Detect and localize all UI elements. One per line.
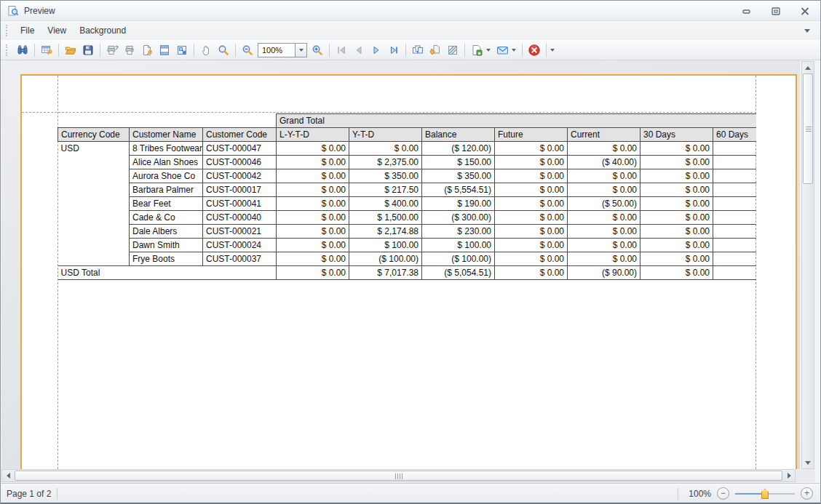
zoom-increase-icon[interactable]: + [801, 487, 813, 500]
total-amount-cell: ($ 90.00) [568, 266, 640, 280]
amount-cell: $ 0.00 [277, 211, 349, 225]
total-amount-cell: $ 7,017.38 [349, 266, 422, 280]
amount-cell: $ 100.00 [422, 239, 495, 252]
amount-cell: $ 0.00 [495, 156, 568, 169]
toolbar: ? [1, 40, 820, 60]
customer-code-cell: CUST-000040 [203, 211, 277, 225]
amount-cell: $ 0.00 [495, 169, 568, 183]
customer-code-cell: CUST-000017 [203, 183, 277, 197]
open-icon[interactable] [62, 41, 79, 59]
print-icon[interactable]: ? [103, 41, 121, 59]
amount-cell [713, 169, 756, 183]
zoom-slider[interactable] [735, 487, 795, 500]
top-margin-line [22, 112, 756, 113]
close-icon[interactable] [796, 4, 814, 17]
horizontal-scroll-thumb[interactable] [15, 471, 782, 481]
amount-cell [713, 211, 756, 225]
amount-cell: $ 0.00 [568, 211, 640, 225]
scale-icon[interactable] [173, 41, 191, 59]
previous-page-icon[interactable] [350, 41, 368, 59]
amount-cell: ($ 120.00) [422, 142, 495, 156]
status-zoom-level: 100% [689, 489, 711, 499]
col-header-future: Future [495, 128, 568, 142]
amount-cell: $ 0.00 [495, 197, 568, 211]
amount-cell: $ 0.00 [640, 156, 713, 169]
scroll-down-icon[interactable] [802, 457, 814, 468]
menu-bar: File View Background [1, 21, 820, 40]
preview-surface[interactable]: Grand Total Currency Code Customer Name … [1, 60, 800, 469]
minimize-icon[interactable] [737, 4, 756, 17]
table-row: Barbara PalmerCUST-000017$ 0.00$ 217.50(… [58, 183, 756, 197]
table-row: Alice Alan ShoesCUST-000046$ 0.00$ 2,375… [58, 156, 756, 169]
report-body: USD8 Tribes FootwearCUST-000047$ 0.00$ 0… [58, 142, 756, 280]
export-dropdown-icon[interactable] [486, 49, 491, 52]
send-email-icon[interactable] [493, 41, 511, 59]
first-page-icon[interactable] [333, 41, 350, 59]
customer-name-cell: Frye Boots [130, 252, 203, 266]
amount-cell: $ 0.00 [349, 142, 422, 156]
email-dropdown-icon[interactable] [512, 49, 516, 52]
customer-name-cell: Cade & Co [130, 211, 203, 225]
total-row: USD Total$ 0.00$ 7,017.38($ 5,054.51)$ 0… [58, 266, 756, 280]
hand-tool-icon[interactable] [197, 41, 215, 59]
customize-icon[interactable] [38, 41, 55, 59]
export-document-icon[interactable] [468, 41, 485, 59]
zoom-slider-thumb[interactable] [761, 489, 769, 499]
header-footer-icon[interactable] [156, 41, 173, 59]
background-color-icon[interactable] [427, 41, 444, 59]
magnifier-icon[interactable] [215, 41, 232, 59]
page-setup-icon[interactable] [138, 41, 156, 59]
menu-grip[interactable] [6, 25, 9, 36]
vertical-scrollbar[interactable] [801, 61, 814, 469]
menu-overflow-icon[interactable] [804, 29, 810, 33]
quick-print-icon[interactable] [121, 41, 138, 59]
exit-icon[interactable] [525, 41, 543, 59]
amount-cell: $ 150.00 [422, 156, 495, 169]
amount-cell: $ 0.00 [568, 239, 640, 252]
menu-file[interactable]: File [14, 23, 41, 39]
customer-name-cell: Aurora Shoe Co [130, 169, 203, 183]
menu-background[interactable]: Background [73, 23, 132, 39]
vertical-scroll-thumb[interactable] [803, 73, 813, 184]
preview-app-icon [7, 5, 19, 17]
report-table: Grand Total Currency Code Customer Name … [57, 113, 756, 280]
multiple-pages-icon[interactable] [409, 41, 427, 59]
zoom-combo: 100% [258, 43, 307, 57]
zoom-decrease-icon[interactable]: − [717, 487, 729, 500]
toolbar-grip[interactable] [6, 44, 9, 56]
toolbar-overflow-icon[interactable] [550, 49, 555, 52]
scroll-up-icon[interactable] [802, 62, 814, 73]
window-title: Preview [24, 6, 55, 16]
amount-cell: $ 0.00 [277, 239, 349, 252]
maximize-icon[interactable] [766, 4, 785, 17]
zoom-combo-dropdown[interactable] [296, 43, 307, 57]
amount-cell: $ 190.00 [422, 197, 495, 211]
amount-cell: ($ 5,554.51) [422, 183, 495, 197]
preview-window: Preview File View Background [0, 0, 821, 504]
table-row: Cade & CoCUST-000040$ 0.00$ 1,500.00($ 3… [58, 211, 756, 225]
zoom-out-icon[interactable] [239, 41, 256, 59]
watermark-icon[interactable] [444, 41, 461, 59]
horizontal-scrollbar[interactable] [1, 469, 796, 482]
col-header-30days: 30 Days [640, 128, 713, 142]
zoom-in-icon[interactable] [309, 41, 326, 59]
col-header-balance: Balance [422, 128, 495, 142]
save-icon[interactable] [79, 41, 97, 59]
amount-cell: $ 0.00 [495, 239, 568, 252]
amount-cell: $ 0.00 [277, 183, 349, 197]
next-page-icon[interactable] [368, 41, 385, 59]
search-icon[interactable] [14, 41, 31, 59]
zoom-combo-input[interactable]: 100% [258, 43, 296, 57]
table-row: Aurora Shoe CoCUST-000042$ 0.00$ 350.00$… [58, 169, 756, 183]
amount-cell [713, 252, 756, 266]
scroll-right-icon[interactable] [783, 470, 795, 481]
scroll-left-icon[interactable] [2, 470, 14, 481]
total-amount-cell: $ 0.00 [640, 266, 713, 280]
amount-cell: $ 0.00 [640, 211, 713, 225]
menu-view[interactable]: View [41, 23, 73, 39]
currency-group-cell: USD [58, 142, 130, 266]
table-row: Frye BootsCUST-000037$ 0.00($ 100.00)($ … [58, 252, 756, 266]
last-page-icon[interactable] [385, 41, 402, 59]
amount-cell: $ 0.00 [495, 211, 568, 225]
amount-cell: ($ 100.00) [422, 252, 495, 266]
